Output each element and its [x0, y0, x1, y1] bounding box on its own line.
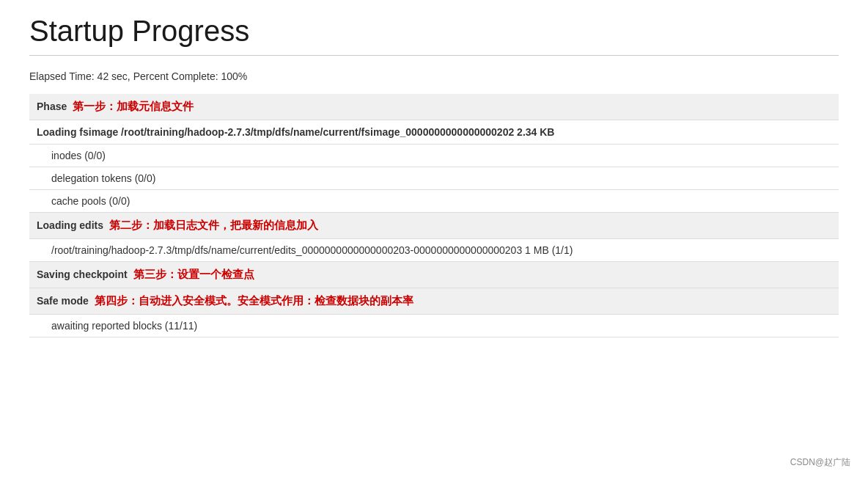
phase-annotation: 第一步：加载元信息文件: [73, 100, 194, 112]
indent-cell: delegation tokens (0/0): [29, 167, 839, 190]
phase-annotation: 第二步：加载日志文件，把最新的信息加入: [109, 219, 318, 231]
table-row: /root/training/hadoop-2.7.3/tmp/dfs/name…: [29, 239, 839, 262]
phase-annotation: 第四步：自动进入安全模式。安全模式作用：检查数据块的副本率: [95, 294, 413, 307]
page-title: Startup Progress: [29, 15, 839, 56]
phase-annotation: 第三步：设置一个检查点: [133, 268, 254, 280]
table-row-bold-path: Loading fsimage /root/training/hadoop-2.…: [29, 120, 839, 145]
startup-table: Phase第一步：加载元信息文件Loading fsimage /root/tr…: [29, 94, 839, 337]
table-row-phase-header: Loading edits第二步：加载日志文件，把最新的信息加入: [29, 213, 839, 239]
bold-path-cell: Loading fsimage /root/training/hadoop-2.…: [29, 120, 839, 145]
phase-label: Phase: [37, 101, 67, 112]
table-row: awaiting reported blocks (11/11): [29, 315, 839, 337]
phase-label: Saving checkpoint: [37, 269, 128, 280]
indent-cell: awaiting reported blocks (11/11): [29, 315, 839, 337]
elapsed-time: Elapsed Time: 42 sec, Percent Complete: …: [29, 70, 839, 82]
table-row-phase-header: Saving checkpoint第三步：设置一个检查点: [29, 262, 839, 288]
phase-label: Loading edits: [37, 219, 103, 231]
table-row: delegation tokens (0/0): [29, 167, 839, 190]
table-row-phase-header: Phase第一步：加载元信息文件: [29, 94, 839, 120]
table-row: inodes (0/0): [29, 145, 839, 167]
watermark: CSDN@赵广陆: [790, 456, 850, 469]
phase-label: Safe mode: [37, 295, 89, 307]
table-row: cache pools (0/0): [29, 190, 839, 213]
table-row-phase-header: Safe mode第四步：自动进入安全模式。安全模式作用：检查数据块的副本率: [29, 288, 839, 315]
indent-cell: inodes (0/0): [29, 145, 839, 167]
indent-cell: cache pools (0/0): [29, 190, 839, 213]
indent-cell: /root/training/hadoop-2.7.3/tmp/dfs/name…: [29, 239, 839, 262]
